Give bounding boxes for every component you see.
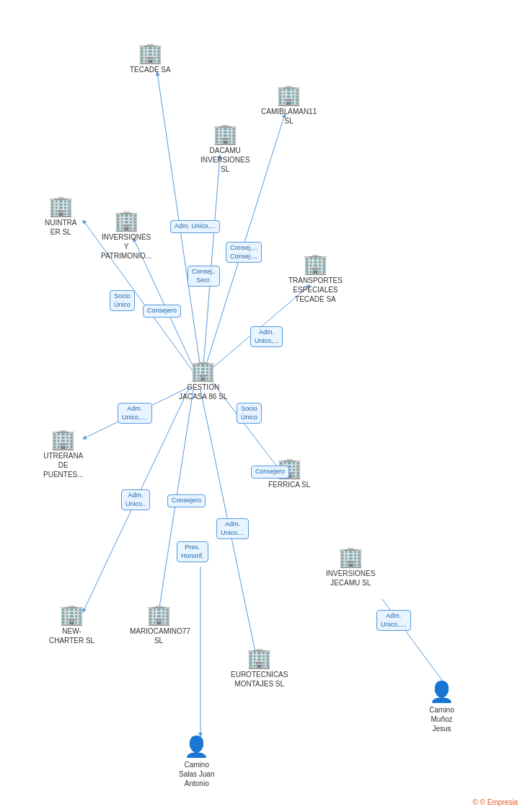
building-icon-tecade: 🏢 <box>138 43 163 64</box>
building-icon-eurotecnicas: 🏢 <box>247 648 272 668</box>
badge-pres-honorif[interactable]: Pres.Honorif. <box>177 541 208 562</box>
badge-adm-unico-3[interactable]: Adm.Unico,.... <box>118 403 152 424</box>
badge-adm-unico-6[interactable]: Adm.Unico,.... <box>376 610 411 631</box>
node-inversiones-patrimonio[interactable]: 🏢 INVERSIONESYPATRIMONIO... <box>101 211 151 261</box>
node-camiblaman11[interactable]: 🏢 CAMIBLAMAN11SL <box>261 85 317 126</box>
building-icon-transportes: 🏢 <box>303 254 328 274</box>
node-gestion-jacasa[interactable]: 🏢 GESTIONJACASA 86 SL <box>179 361 227 401</box>
org-chart: 🏢 TECADE SA 🏢 CAMIBLAMAN11SL 🏢 DACAMUINV… <box>0 0 525 812</box>
node-utrerana[interactable]: 🏢 UTRERANADEPUENTES... <box>43 429 84 479</box>
building-icon-gestion: 🏢 <box>190 361 216 381</box>
copyright-text: © Empresia <box>480 798 518 806</box>
building-icon-dacamu: 🏢 <box>213 124 238 144</box>
badge-adm-unico-2[interactable]: Adm.Unico,... <box>250 326 283 347</box>
copyright-symbol: © <box>472 798 477 806</box>
node-eurotecnicas[interactable]: 🏢 EUROTECNICASMONTAJES SL <box>231 648 288 689</box>
building-icon-nuintra: 🏢 <box>48 196 74 217</box>
label-new-charter: NEW-CHARTER SL <box>49 627 94 645</box>
building-icon-new-charter: 🏢 <box>59 605 84 625</box>
node-mariocamino77[interactable]: 🏢 MARIOCAMINO77SL <box>130 605 188 645</box>
node-camino-salas[interactable]: 👤 CaminoSalas JuanAntonio <box>179 735 214 788</box>
building-icon-jecamu: 🏢 <box>338 547 363 567</box>
svg-line-2 <box>203 155 220 367</box>
label-tecade: TECADE SA <box>130 65 171 74</box>
badge-socio-unico-1[interactable]: SocioÚnico <box>110 290 135 311</box>
building-icon-camiblaman: 🏢 <box>276 85 301 105</box>
node-new-charter[interactable]: 🏢 NEW-CHARTER SL <box>49 605 94 645</box>
copyright-label: © © Empresia <box>472 798 518 806</box>
label-nuintra: NUINTRAER SL <box>45 218 76 237</box>
label-eurotecnicas: EUROTECNICASMONTAJES SL <box>231 670 288 689</box>
label-ferrica: FERRICA SL <box>268 480 310 489</box>
node-transportes[interactable]: 🏢 TRANSPORTESESPECIALESTECADE SA <box>288 254 343 304</box>
label-dacamu: DACAMUINVERSIONESSL <box>200 146 250 174</box>
label-utrerana: UTRERANADEPUENTES... <box>43 451 84 479</box>
node-inversiones-jecamu[interactable]: 🏢 INVERSIONESJECAMU SL <box>326 547 375 588</box>
label-camino-salas: CaminoSalas JuanAntonio <box>179 760 214 788</box>
person-icon-camino-salas: 👤 <box>184 735 209 759</box>
person-icon-camino-munoz: 👤 <box>429 680 454 704</box>
badge-socio-unico-2[interactable]: SocioÚnico <box>237 403 262 424</box>
label-jecamu: INVERSIONESJECAMU SL <box>326 569 375 588</box>
label-inv-pat: INVERSIONESYPATRIMONIO... <box>101 232 151 261</box>
building-icon-inv-pat: 🏢 <box>114 211 139 231</box>
badge-adm-unico-4[interactable]: Adm.Unico.. <box>121 489 150 510</box>
badge-consejero-2[interactable]: Consejero <box>251 466 289 479</box>
node-tecade-sa[interactable]: 🏢 TECADE SA <box>130 43 171 74</box>
label-camiblaman: CAMIBLAMAN11SL <box>261 107 317 126</box>
node-camino-munoz[interactable]: 👤 CaminoMuñozJesus <box>429 680 454 733</box>
building-icon-mariocamino: 🏢 <box>146 605 172 625</box>
node-dacamu[interactable]: 🏢 DACAMUINVERSIONESSL <box>200 124 250 174</box>
node-nuintra[interactable]: 🏢 NUINTRAER SL <box>45 196 76 237</box>
badge-adm-unico-5[interactable]: Adm.Unico.... <box>216 518 249 539</box>
label-mariocamino: MARIOCAMINO77SL <box>130 627 188 645</box>
badge-consej-secr[interactable]: Consej..Secr. <box>188 266 220 287</box>
badge-consejero-3[interactable]: Consejero <box>167 494 206 507</box>
building-icon-utrerana: 🏢 <box>50 429 76 450</box>
badge-consej-consej[interactable]: Consej,...Consej.... <box>226 242 262 263</box>
label-camino-munoz: CaminoMuñozJesus <box>429 705 454 733</box>
badge-consejero-1[interactable]: Consejero <box>143 305 181 318</box>
badge-adm-unico-1[interactable]: Adm. Unico,... <box>170 220 220 233</box>
label-transportes: TRANSPORTESESPECIALESTECADE SA <box>288 276 343 304</box>
label-gestion: GESTIONJACASA 86 SL <box>179 383 227 401</box>
